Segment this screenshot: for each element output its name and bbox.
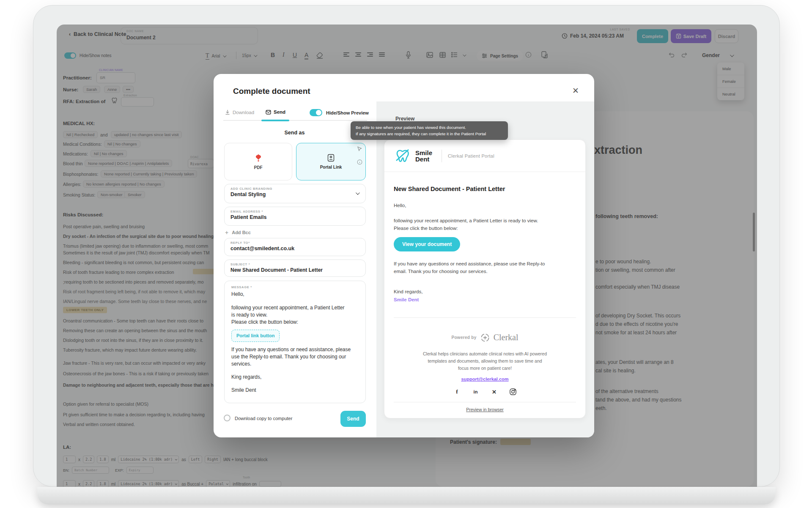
active-tab-underline <box>261 120 289 121</box>
message-line: Please click the button below: <box>231 319 359 326</box>
divider <box>442 150 442 162</box>
portal-link-button-chip[interactable]: Portal link button <box>231 330 280 342</box>
footer-description: Clerkal helps clinicians automate clinic… <box>384 350 585 372</box>
send-as-label: Send as <box>223 130 366 136</box>
send-button[interactable]: Send <box>340 411 366 427</box>
clerkal-wordmark: Clerkal <box>494 333 518 342</box>
powered-by-row: Powered by Clerkal <box>384 333 585 342</box>
message-field[interactable]: MESSAGE * Hello, following your recent a… <box>224 281 366 403</box>
email-header: SmileDent Clerkal Patient Portal <box>384 140 585 172</box>
email-regards: Kind regards, <box>394 288 422 295</box>
email-heading: New Shared Document - Patient Letter <box>394 186 505 192</box>
email-paragraph: following your recent appointment, a Pat… <box>394 217 538 232</box>
send-as-pdf-card[interactable]: PDF <box>224 143 292 180</box>
message-line: services. <box>231 361 359 368</box>
message-line: use the Reply-to email. Thank you for ch… <box>231 353 359 361</box>
divider <box>394 402 576 402</box>
tab-download[interactable]: Download <box>225 109 254 115</box>
view-document-button[interactable]: View your document <box>394 237 460 251</box>
reply-to-field[interactable]: REPLY TO* contact@smiledent.co.uk <box>224 238 366 256</box>
preview-label: Preview <box>395 116 414 122</box>
hide-show-preview-toggle[interactable]: Hide/Show Preview <box>310 109 369 116</box>
email-hello: Hello, <box>394 202 406 209</box>
download-copy-radio[interactable] <box>224 415 230 421</box>
clerkal-logo-icon <box>480 333 490 342</box>
portal-link-tooltip: Be able to see when your patient has vie… <box>351 121 508 140</box>
portal-icon <box>327 154 335 162</box>
close-icon[interactable]: ✕ <box>572 86 579 96</box>
message-line: is ready to view. <box>231 311 359 319</box>
email-address-field[interactable]: EMAIL ADDRESS * Patient Emails <box>224 207 366 226</box>
send-as-portal-link-card[interactable]: Portal Link <box>296 143 366 180</box>
facebook-icon[interactable]: f <box>453 388 461 396</box>
tooltip-line: If any signatures are required, they can… <box>356 131 503 137</box>
smile-dent-logo <box>394 148 411 164</box>
plus-icon: + <box>225 229 228 236</box>
toggle-knob <box>310 109 322 116</box>
info-icon[interactable] <box>357 159 362 165</box>
email-paragraph: If you have any questions or need assist… <box>394 260 545 275</box>
download-icon <box>225 109 230 115</box>
pdf-icon <box>254 154 263 162</box>
subject-field[interactable]: SUBJECT * New Shared Document - Patient … <box>224 259 366 277</box>
support-email-link[interactable]: support@clerkal.com <box>384 377 585 382</box>
x-icon[interactable]: ✕ <box>490 388 499 396</box>
tab-track <box>223 120 367 121</box>
linkedin-icon[interactable]: in <box>472 388 480 396</box>
envelope-icon <box>266 110 271 115</box>
complete-document-modal: Complete document ✕ Download Send Hide/S… <box>214 74 594 437</box>
modal-title: Complete document <box>233 87 310 96</box>
download-copy-label: Download copy to computer <box>235 416 292 421</box>
laptop-base <box>37 487 776 505</box>
brand-name: SmileDent <box>415 150 432 162</box>
add-bcc-button[interactable]: + Add Bcc <box>225 229 251 236</box>
clinic-branding-select[interactable]: ADD CLINIC BRANDING Dental Styling <box>224 184 366 203</box>
cursor-icon <box>357 146 362 151</box>
tooltip-line: Be able to see when your patient has vie… <box>356 124 503 131</box>
message-line: following your recent appointment, a Pat… <box>231 304 359 311</box>
email-signoff-link[interactable]: Smile Dent <box>394 297 419 302</box>
instagram-icon[interactable] <box>509 388 517 396</box>
preview-in-browser-link[interactable]: Preview in browser <box>384 407 585 412</box>
message-line: If you have any questions or need assist… <box>231 346 359 353</box>
divider <box>394 317 576 318</box>
portal-name: Clerkal Patient Portal <box>448 153 494 158</box>
tab-send[interactable]: Send <box>266 109 285 115</box>
message-line: Hello, <box>231 291 359 298</box>
message-line: King regards, <box>231 374 359 381</box>
message-line: Smile Dent <box>231 387 359 394</box>
social-row: f in ✕ <box>384 388 585 396</box>
email-preview-card: SmileDent Clerkal Patient Portal New Sha… <box>384 139 586 418</box>
laptop-screen: ‹ Back to Clinical Note DOC NAME Documen… <box>57 25 757 487</box>
